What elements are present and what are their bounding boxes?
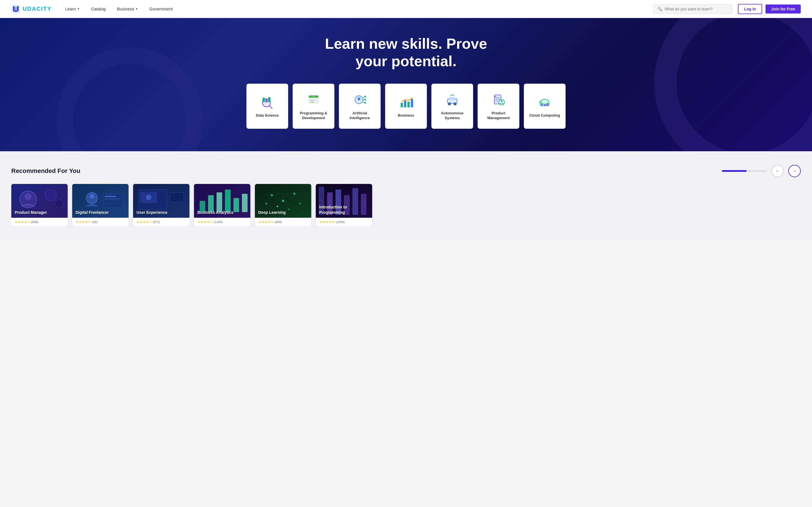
category-card-business[interactable]: Business <box>385 83 427 129</box>
rating-count-user-experience: (672) <box>153 220 160 224</box>
svg-point-19 <box>364 96 366 98</box>
svg-rect-23 <box>404 101 406 107</box>
svg-point-76 <box>276 206 278 207</box>
course-title-user-experience: User Experience <box>137 210 186 215</box>
svg-text:</>: </> <box>312 96 315 98</box>
category-card-ai[interactable]: Artificial Intelligence <box>339 83 380 129</box>
stars-intro-programming: ★★★★★ <box>319 220 335 224</box>
category-card-programming[interactable]: </> <div> code Programming & Development <box>293 83 335 129</box>
product-mgmt-icon <box>491 92 506 108</box>
svg-rect-44 <box>544 104 546 106</box>
svg-text:<div>: <div> <box>310 99 315 101</box>
course-title-digital-freelancer: Digital Freelancer <box>75 210 125 215</box>
courses-row: Product Manager ★★★★½ (588) Digital Free… <box>11 184 801 226</box>
rating-count-product-manager: (588) <box>31 220 38 224</box>
svg-rect-27 <box>449 97 455 100</box>
svg-rect-61 <box>170 192 184 202</box>
business-chevron-icon: ▼ <box>135 7 138 10</box>
course-card-business-analytics[interactable]: Business Analytics ★★★★½ (1194) <box>194 184 250 226</box>
business-icon <box>398 94 414 110</box>
svg-point-20 <box>364 99 366 101</box>
autonomous-icon <box>444 92 460 108</box>
stars-digital-freelancer: ★★★★½ <box>75 220 91 224</box>
course-thumb-user-experience: User Experience <box>133 184 190 218</box>
category-label-product-mgmt: Product Management <box>482 111 515 121</box>
course-rating-business-analytics: ★★★★½ (1194) <box>194 218 250 226</box>
svg-rect-7 <box>268 97 270 102</box>
course-title-product-manager: Product Manager <box>15 210 64 215</box>
header-actions: Log In Join for Free <box>738 4 801 14</box>
svg-point-15 <box>358 98 360 100</box>
category-label-programming: Programming & Development <box>297 111 330 121</box>
join-button[interactable]: Join for Free <box>765 4 801 13</box>
course-thumb-deep-learning: Deep Learning <box>255 184 311 218</box>
course-title-business-analytics: Business Analytics <box>197 210 247 215</box>
nav-catalog[interactable]: Catalog <box>87 4 110 13</box>
svg-point-49 <box>45 189 56 201</box>
course-card-product-manager[interactable]: Product Manager ★★★★½ (588) <box>11 184 68 226</box>
rating-count-deep-learning: (909) <box>274 220 282 224</box>
svg-point-74 <box>282 200 284 202</box>
search-icon: 🔍 <box>658 7 662 11</box>
prev-button[interactable]: ← <box>771 165 784 177</box>
logo[interactable]: UDACITY <box>11 4 52 13</box>
category-card-autonomous[interactable]: Autonomous Systems <box>432 83 473 129</box>
category-grid: Data Science </> <div> code Programming … <box>11 83 801 129</box>
svg-point-73 <box>271 194 273 196</box>
main-nav: Learn ▼ Catalog Business ▼ Government <box>61 4 653 13</box>
stars-deep-learning: ★★★★½ <box>258 220 273 224</box>
course-card-digital-freelancer[interactable]: Digital Freelancer ★★★★½ (16) <box>72 184 129 226</box>
course-thumb-business-analytics: Business Analytics <box>194 184 250 218</box>
svg-line-4 <box>269 106 272 108</box>
category-label-cloud: Cloud Computing <box>529 113 560 118</box>
cloud-icon <box>537 94 553 110</box>
course-title-intro-programming: Introduction to Programming <box>319 205 369 215</box>
svg-rect-56 <box>105 199 120 200</box>
rating-count-digital-freelancer: (16) <box>92 220 98 224</box>
rating-count-intro-programming: (1309) <box>336 220 345 224</box>
course-thumb-product-manager: Product Manager <box>11 184 68 218</box>
category-label-ai: Artificial Intelligence <box>343 111 376 121</box>
svg-point-75 <box>293 193 296 195</box>
svg-rect-66 <box>225 189 231 212</box>
stars-user-experience: ★★★★½ <box>137 220 152 224</box>
header: UDACITY Learn ▼ Catalog Business ▼ Gover… <box>0 0 812 18</box>
progress-bar <box>722 170 767 172</box>
nav-business[interactable]: Business ▼ <box>112 4 143 13</box>
svg-point-60 <box>146 194 151 200</box>
category-card-product-mgmt[interactable]: Product Management <box>477 83 519 129</box>
course-rating-digital-freelancer: ★★★★½ (16) <box>72 218 129 226</box>
svg-rect-22 <box>401 103 403 107</box>
category-label-data-science: Data Science <box>256 113 279 118</box>
rating-count-business-analytics: (1194) <box>214 220 223 224</box>
course-rating-deep-learning: ★★★★½ (909) <box>255 218 311 226</box>
course-card-user-experience[interactable]: User Experience ★★★★½ (672) <box>133 184 190 226</box>
category-label-business: Business <box>398 113 414 118</box>
learn-chevron-icon: ▼ <box>77 7 80 10</box>
stars-product-manager: ★★★★½ <box>15 220 30 224</box>
svg-point-77 <box>299 203 301 205</box>
course-card-intro-programming[interactable]: Introduction to Programming ★★★★★ (1309) <box>316 184 372 226</box>
course-thumb-digital-freelancer: Digital Freelancer <box>72 184 129 218</box>
login-button[interactable]: Log In <box>738 4 762 14</box>
category-label-autonomous: Autonomous Systems <box>436 111 469 121</box>
svg-rect-1 <box>15 7 16 11</box>
course-thumb-intro-programming: Introduction to Programming <box>316 184 372 218</box>
data-science-icon <box>259 94 275 110</box>
category-card-data-science[interactable]: Data Science <box>246 83 288 129</box>
nav-government[interactable]: Government <box>145 4 177 13</box>
svg-rect-45 <box>541 104 543 106</box>
svg-rect-24 <box>407 102 410 107</box>
category-card-cloud[interactable]: Cloud Computing <box>524 83 566 129</box>
course-card-deep-learning[interactable]: Deep Learning ★★★★½ (909) <box>255 184 311 226</box>
next-button[interactable]: → <box>788 165 801 177</box>
svg-point-53 <box>90 194 94 199</box>
search-input[interactable] <box>665 7 728 11</box>
ai-icon <box>352 92 368 108</box>
svg-rect-36 <box>495 96 496 97</box>
course-rating-product-manager: ★★★★½ (588) <box>11 218 68 226</box>
svg-point-78 <box>265 203 267 205</box>
svg-rect-43 <box>546 103 549 106</box>
svg-point-48 <box>25 193 32 200</box>
nav-learn[interactable]: Learn ▼ <box>61 4 84 13</box>
